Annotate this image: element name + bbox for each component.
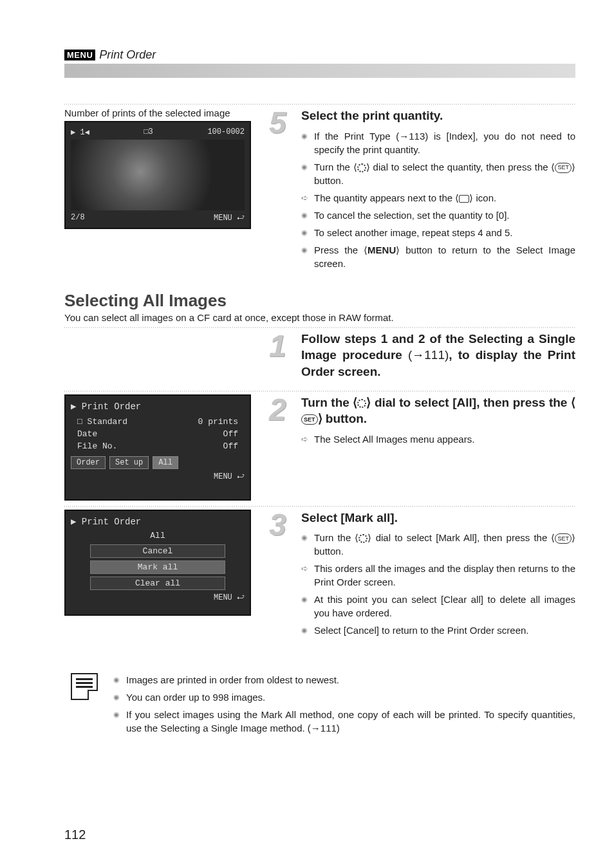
step3-bullet: Select [Cancel] to return to the Print O… <box>301 623 575 637</box>
dial-icon <box>357 163 366 172</box>
step1-heading: Follow steps 1 and 2 of the Selecting a … <box>301 331 575 380</box>
step3-bullet: At this point you can select [Clear all]… <box>301 593 575 620</box>
cam-all-heading: All <box>71 531 245 540</box>
step2-result: The Select All Images menu appears. <box>301 432 575 446</box>
cam-tab-order: Order <box>71 456 106 469</box>
dial-icon <box>358 534 367 543</box>
note-item: You can order up to 998 images. <box>113 690 575 704</box>
cam-tab-setup: Set up <box>109 456 149 469</box>
header-title: Print Order <box>99 48 156 62</box>
cam-fileno-value: Off <box>223 441 238 451</box>
cam-item-clear-all: Clear all <box>90 577 225 590</box>
step3-result: This orders all the images and the displ… <box>301 562 575 589</box>
step5-heading: Select the print quantity. <box>301 107 575 124</box>
step-number-5: 5 <box>269 107 297 274</box>
cam-print-type: □ Standard <box>77 417 127 427</box>
step3-heading: Select [Mark all]. <box>301 510 575 526</box>
step3-bullet: Turn the ⟨⟩ dial to select [Mark All], t… <box>301 531 575 558</box>
cam-image-count: 2/8 <box>71 213 85 223</box>
cam-card-indicator: □3 <box>144 127 153 137</box>
set-button-icon: SET <box>555 163 572 173</box>
cam-image-preview <box>71 140 245 210</box>
cam-tab-all: All <box>153 456 178 469</box>
step2-heading: Turn the ⟨⟩ dial to select [All], then p… <box>301 394 575 427</box>
set-button-icon: SET <box>301 414 318 425</box>
step-number-1: 1 <box>269 331 297 385</box>
step5-result: The quantity appears next to the ⟨⟩ icon… <box>301 191 575 205</box>
cam-item-mark-all: Mark all <box>90 560 225 574</box>
step5-bullet: To cancel the selection, set the quantit… <box>301 208 575 222</box>
step5-bullet: To select another image, repeat steps 4 … <box>301 226 575 239</box>
cam-prints-indicator: ▶ 1◀ <box>71 127 89 137</box>
camera-all-menu-screen: ▶ Print Order All Cancel Mark all Clear … <box>64 510 251 616</box>
note-item: Images are printed in order from oldest … <box>113 673 575 687</box>
page-number: 112 <box>64 827 86 842</box>
cam-item-cancel: Cancel <box>90 544 225 558</box>
cam-menu-title: ▶ Print Order <box>71 516 245 527</box>
menu-badge: MENU <box>64 50 95 60</box>
step5-bullet: Press the ⟨MENU⟩ button to return to the… <box>301 243 575 270</box>
cam-menu-hint: MENU ⮐ <box>71 593 245 602</box>
cam-menu-hint: MENU ⮐ <box>71 472 245 481</box>
step-number-2: 2 <box>269 394 297 450</box>
note-item: If you select images using the Mark All … <box>113 708 575 735</box>
cam-date-label: Date <box>77 429 97 439</box>
cam-fileno-label: File No. <box>77 441 117 451</box>
cam-print-count: 0 prints <box>198 417 238 427</box>
camera-preview-screen: ▶ 1◀ □3 100-0002 2/8 MENU ⮐ <box>64 121 251 229</box>
step5-bullet: If the Print Type (→113) is [Index], you… <box>301 129 575 156</box>
image-caption: Number of prints of the selected image <box>64 107 251 118</box>
camera-print-order-screen: ▶ Print Order □ Standard0 prints DateOff… <box>64 394 251 501</box>
set-button-icon: SET <box>555 533 572 544</box>
step5-bullet: Turn the ⟨⟩ dial to select the quantity,… <box>301 160 575 187</box>
cam-menu-title: ▶ Print Order <box>71 401 245 412</box>
cam-file-number: 100-0002 <box>207 127 245 137</box>
section-heading-selecting-all: Selecting All Images <box>64 291 575 311</box>
dial-icon <box>357 399 366 408</box>
note-icon <box>71 673 98 700</box>
section-subtext: You can select all images on a CF card a… <box>64 312 575 323</box>
notes-box: Images are printed in order from oldest … <box>64 673 575 739</box>
header-bar <box>64 64 575 78</box>
cam-date-value: Off <box>223 429 238 439</box>
step-number-3: 3 <box>269 510 297 642</box>
cam-menu-hint: MENU ⮐ <box>214 213 245 223</box>
page-header: MENU Print Order <box>64 48 575 62</box>
card-icon <box>459 195 469 203</box>
